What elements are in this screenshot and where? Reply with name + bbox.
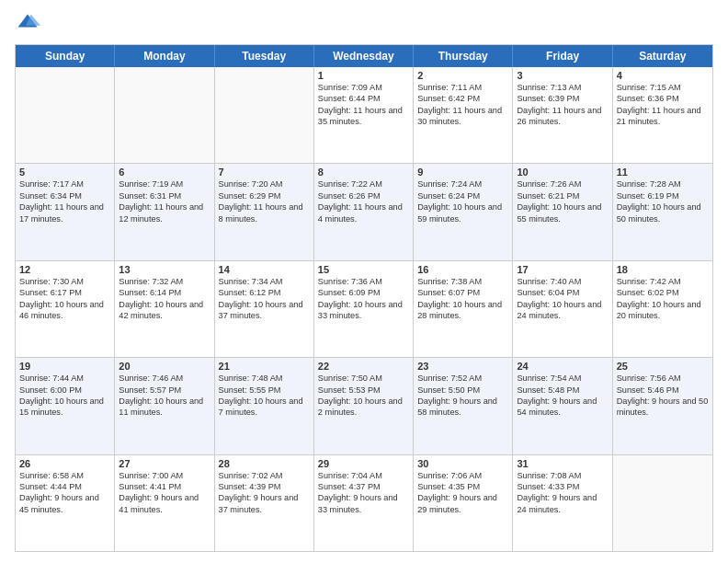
calendar-cell-w4d2: 28Sunrise: 7:02 AMSunset: 4:39 PMDayligh…	[215, 455, 314, 551]
cell-content: Sunrise: 7:15 AMSunset: 6:36 PMDaylight:…	[617, 82, 709, 128]
cell-content: Sunrise: 7:20 AMSunset: 6:29 PMDaylight:…	[219, 178, 310, 224]
day-number: 26	[19, 458, 110, 469]
cell-content: Sunrise: 7:34 AMSunset: 6:12 PMDaylight:…	[219, 276, 310, 322]
calendar-cell-w0d1	[115, 67, 214, 163]
cell-content: Sunrise: 7:11 AMSunset: 6:42 PMDaylight:…	[417, 82, 508, 128]
cell-content: Sunrise: 7:54 AMSunset: 5:48 PMDaylight:…	[517, 373, 608, 419]
calendar-cell-w3d0: 19Sunrise: 7:44 AMSunset: 6:00 PMDayligh…	[16, 358, 115, 454]
day-number: 14	[219, 264, 310, 275]
calendar-cell-w2d4: 16Sunrise: 7:38 AMSunset: 6:07 PMDayligh…	[414, 261, 513, 357]
day-number: 17	[517, 264, 608, 275]
header-day-monday: Monday	[115, 45, 214, 67]
day-number: 13	[119, 264, 210, 275]
day-number: 6	[119, 167, 210, 178]
calendar-cell-w4d6	[613, 455, 712, 551]
cell-content: Sunrise: 7:44 AMSunset: 6:00 PMDaylight:…	[19, 373, 110, 419]
cell-content: Sunrise: 7:17 AMSunset: 6:34 PMDaylight:…	[19, 178, 110, 224]
calendar-cell-w3d5: 24Sunrise: 7:54 AMSunset: 5:48 PMDayligh…	[513, 358, 612, 454]
logo	[15, 11, 44, 37]
cell-content: Sunrise: 7:09 AMSunset: 6:44 PMDaylight:…	[318, 82, 409, 128]
day-number: 18	[617, 264, 709, 275]
day-number: 27	[119, 458, 210, 469]
cell-content: Sunrise: 7:50 AMSunset: 5:53 PMDaylight:…	[318, 373, 409, 419]
calendar-row-0: 1Sunrise: 7:09 AMSunset: 6:44 PMDaylight…	[16, 67, 712, 164]
cell-content: Sunrise: 7:22 AMSunset: 6:26 PMDaylight:…	[318, 178, 409, 224]
day-number: 19	[19, 361, 110, 372]
day-number: 23	[417, 361, 508, 372]
day-number: 1	[318, 70, 409, 81]
calendar: SundayMondayTuesdayWednesdayThursdayFrid…	[15, 44, 713, 552]
cell-content: Sunrise: 7:36 AMSunset: 6:09 PMDaylight:…	[318, 276, 409, 322]
header	[15, 11, 713, 37]
calendar-cell-w3d6: 25Sunrise: 7:56 AMSunset: 5:46 PMDayligh…	[613, 358, 712, 454]
cell-content: Sunrise: 7:13 AMSunset: 6:39 PMDaylight:…	[517, 82, 608, 128]
cell-content: Sunrise: 7:38 AMSunset: 6:07 PMDaylight:…	[417, 276, 508, 322]
calendar-cell-w1d5: 10Sunrise: 7:26 AMSunset: 6:21 PMDayligh…	[513, 164, 612, 259]
calendar-cell-w1d2: 7Sunrise: 7:20 AMSunset: 6:29 PMDaylight…	[215, 164, 314, 259]
calendar-cell-w1d6: 11Sunrise: 7:28 AMSunset: 6:19 PMDayligh…	[613, 164, 712, 259]
day-number: 4	[617, 70, 709, 81]
cell-content: Sunrise: 7:28 AMSunset: 6:19 PMDaylight:…	[617, 178, 709, 224]
day-number: 28	[219, 458, 310, 469]
calendar-cell-w3d2: 21Sunrise: 7:48 AMSunset: 5:55 PMDayligh…	[215, 358, 314, 454]
calendar-cell-w2d3: 15Sunrise: 7:36 AMSunset: 6:09 PMDayligh…	[314, 261, 414, 357]
day-number: 24	[517, 361, 608, 372]
calendar-cell-w0d2	[215, 67, 314, 163]
calendar-cell-w2d0: 12Sunrise: 7:30 AMSunset: 6:17 PMDayligh…	[16, 261, 115, 357]
calendar-cell-w3d1: 20Sunrise: 7:46 AMSunset: 5:57 PMDayligh…	[115, 358, 214, 454]
calendar-cell-w2d2: 14Sunrise: 7:34 AMSunset: 6:12 PMDayligh…	[215, 261, 314, 357]
cell-content: Sunrise: 7:30 AMSunset: 6:17 PMDaylight:…	[19, 276, 110, 322]
calendar-cell-w1d1: 6Sunrise: 7:19 AMSunset: 6:31 PMDaylight…	[115, 164, 214, 259]
calendar-row-2: 12Sunrise: 7:30 AMSunset: 6:17 PMDayligh…	[16, 261, 712, 358]
day-number: 25	[617, 361, 709, 372]
day-number: 16	[417, 264, 508, 275]
calendar-cell-w0d3: 1Sunrise: 7:09 AMSunset: 6:44 PMDaylight…	[314, 67, 414, 163]
cell-content: Sunrise: 7:56 AMSunset: 5:46 PMDaylight:…	[617, 373, 709, 419]
calendar-cell-w4d5: 31Sunrise: 7:08 AMSunset: 4:33 PMDayligh…	[513, 455, 612, 551]
calendar-header: SundayMondayTuesdayWednesdayThursdayFrid…	[16, 45, 712, 67]
cell-content: Sunrise: 7:02 AMSunset: 4:39 PMDaylight:…	[219, 470, 310, 516]
calendar-cell-w0d4: 2Sunrise: 7:11 AMSunset: 6:42 PMDaylight…	[414, 67, 513, 163]
cell-content: Sunrise: 7:52 AMSunset: 5:50 PMDaylight:…	[417, 373, 508, 419]
cell-content: Sunrise: 7:32 AMSunset: 6:14 PMDaylight:…	[119, 276, 210, 322]
calendar-cell-w2d5: 17Sunrise: 7:40 AMSunset: 6:04 PMDayligh…	[513, 261, 612, 357]
day-number: 12	[19, 264, 110, 275]
cell-content: Sunrise: 7:08 AMSunset: 4:33 PMDaylight:…	[517, 470, 608, 516]
day-number: 8	[318, 167, 409, 178]
calendar-body: 1Sunrise: 7:09 AMSunset: 6:44 PMDaylight…	[16, 67, 712, 551]
cell-content: Sunrise: 7:00 AMSunset: 4:41 PMDaylight:…	[119, 470, 210, 516]
calendar-cell-w2d6: 18Sunrise: 7:42 AMSunset: 6:02 PMDayligh…	[613, 261, 712, 357]
calendar-cell-w1d4: 9Sunrise: 7:24 AMSunset: 6:24 PMDaylight…	[414, 164, 513, 259]
cell-content: Sunrise: 7:06 AMSunset: 4:35 PMDaylight:…	[417, 470, 508, 516]
calendar-cell-w2d1: 13Sunrise: 7:32 AMSunset: 6:14 PMDayligh…	[115, 261, 214, 357]
calendar-cell-w0d5: 3Sunrise: 7:13 AMSunset: 6:39 PMDaylight…	[513, 67, 612, 163]
header-day-friday: Friday	[513, 45, 612, 67]
day-number: 22	[318, 361, 409, 372]
calendar-cell-w1d3: 8Sunrise: 7:22 AMSunset: 6:26 PMDaylight…	[314, 164, 414, 259]
day-number: 15	[318, 264, 409, 275]
day-number: 11	[617, 167, 709, 178]
logo-icon	[15, 11, 40, 37]
day-number: 5	[19, 167, 110, 178]
calendar-cell-w4d4: 30Sunrise: 7:06 AMSunset: 4:35 PMDayligh…	[414, 455, 513, 551]
header-day-sunday: Sunday	[16, 45, 115, 67]
calendar-cell-w0d0	[16, 67, 115, 163]
day-number: 21	[219, 361, 310, 372]
cell-content: Sunrise: 7:04 AMSunset: 4:37 PMDaylight:…	[318, 470, 409, 516]
calendar-cell-w1d0: 5Sunrise: 7:17 AMSunset: 6:34 PMDaylight…	[16, 164, 115, 259]
calendar-cell-w3d3: 22Sunrise: 7:50 AMSunset: 5:53 PMDayligh…	[314, 358, 414, 454]
cell-content: Sunrise: 6:58 AMSunset: 4:44 PMDaylight:…	[19, 470, 110, 516]
day-number: 10	[517, 167, 608, 178]
cell-content: Sunrise: 7:46 AMSunset: 5:57 PMDaylight:…	[119, 373, 210, 419]
day-number: 20	[119, 361, 210, 372]
day-number: 2	[417, 70, 508, 81]
cell-content: Sunrise: 7:48 AMSunset: 5:55 PMDaylight:…	[219, 373, 310, 419]
calendar-row-1: 5Sunrise: 7:17 AMSunset: 6:34 PMDaylight…	[16, 164, 712, 260]
day-number: 9	[417, 167, 508, 178]
day-number: 3	[517, 70, 608, 81]
calendar-row-4: 26Sunrise: 6:58 AMSunset: 4:44 PMDayligh…	[16, 455, 712, 551]
calendar-cell-w3d4: 23Sunrise: 7:52 AMSunset: 5:50 PMDayligh…	[414, 358, 513, 454]
calendar-cell-w4d3: 29Sunrise: 7:04 AMSunset: 4:37 PMDayligh…	[314, 455, 414, 551]
page: SundayMondayTuesdayWednesdayThursdayFrid…	[0, 0, 728, 563]
header-day-thursday: Thursday	[414, 45, 513, 67]
